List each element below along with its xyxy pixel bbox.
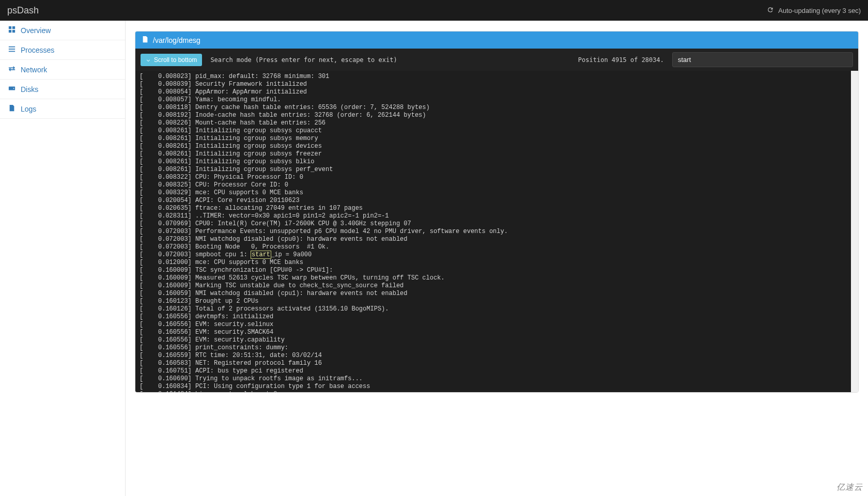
watermark: 亿速云 (836, 482, 863, 493)
sidebar-item-logs[interactable]: Logs (0, 99, 125, 119)
search-input[interactable] (672, 52, 853, 67)
panel-title: /var/log/dmesg (153, 36, 200, 44)
sidebar: Overview Processes Network Disks Logs (0, 21, 126, 496)
auto-update-label: Auto-updating (every 3 sec) (778, 7, 861, 14)
svg-rect-0 (9, 26, 11, 29)
log-toolbar: Scroll to bottom Search mode (Press ente… (135, 49, 858, 71)
sidebar-item-label: Logs (21, 105, 36, 113)
sidebar-item-processes[interactable]: Processes (0, 40, 125, 60)
file-icon (8, 104, 16, 113)
sidebar-item-label: Processes (21, 46, 54, 54)
sidebar-item-label: Disks (21, 85, 38, 94)
scroll-bottom-label: Scroll to bottom (154, 56, 197, 64)
log-output[interactable]: [ 0.008023] pid_max: default: 32768 mini… (135, 71, 858, 392)
svg-rect-6 (9, 51, 15, 52)
search-mode-label: Search mode (Press enter for next, escap… (210, 56, 397, 64)
th-large-icon (8, 26, 16, 35)
sidebar-item-label: Overview (21, 26, 51, 35)
main-content: /var/log/dmesg Scroll to bottom Search m… (126, 21, 868, 496)
svg-rect-5 (9, 49, 15, 50)
refresh-icon (767, 6, 774, 15)
sidebar-item-disks[interactable]: Disks (0, 80, 125, 99)
sidebar-item-overview[interactable]: Overview (0, 21, 125, 40)
hdd-icon (8, 85, 16, 94)
sidebar-item-network[interactable]: Network (0, 60, 125, 80)
svg-rect-4 (9, 47, 15, 48)
svg-rect-3 (12, 30, 15, 33)
sidebar-item-label: Network (21, 66, 47, 74)
svg-point-8 (13, 88, 14, 89)
brand[interactable]: psDash (7, 5, 39, 16)
position-label: Position 4915 of 28034. (578, 56, 664, 64)
svg-rect-2 (9, 30, 11, 33)
scroll-bottom-button[interactable]: Scroll to bottom (141, 54, 202, 66)
auto-update-status[interactable]: Auto-updating (every 3 sec) (767, 6, 861, 15)
arrow-down-icon (146, 57, 151, 63)
log-panel: /var/log/dmesg Scroll to bottom Search m… (135, 31, 859, 393)
exchange-icon (8, 65, 16, 74)
panel-header: /var/log/dmesg (135, 32, 858, 49)
svg-rect-1 (12, 26, 15, 29)
file-icon (142, 36, 149, 44)
list-icon (8, 45, 16, 54)
topbar: psDash Auto-updating (every 3 sec) (0, 0, 868, 21)
